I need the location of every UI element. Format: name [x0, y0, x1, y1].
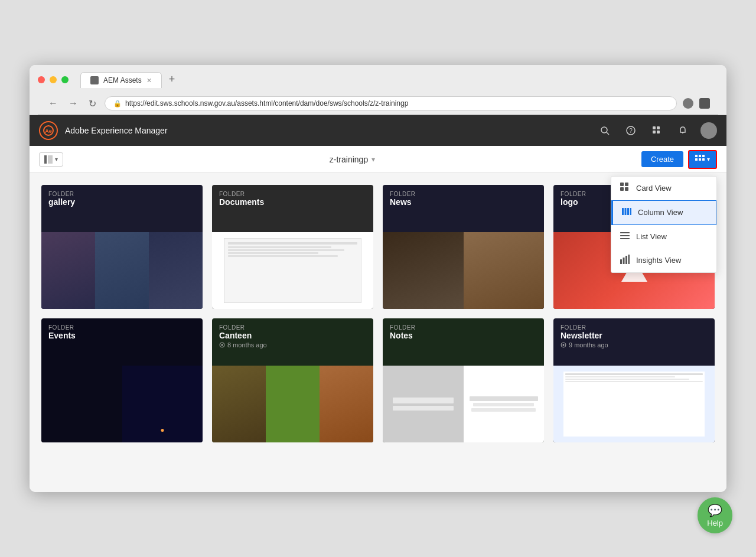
card-header-documents: FOLDER Documents: [212, 185, 373, 209]
address-bar-container: ← → ↻ 🔒 https://edit.sws.schools.nsw.gov…: [38, 93, 718, 115]
ext-icon-2[interactable]: [699, 98, 710, 109]
aem-icon-row: ?: [597, 122, 717, 139]
card-view-option[interactable]: Card View: [611, 177, 716, 200]
folder-card-gallery[interactable]: FOLDER gallery: [41, 185, 203, 309]
svg-rect-6: [653, 126, 656, 129]
ext-icon-1[interactable]: [683, 98, 693, 109]
help-icon-button[interactable]: ?: [623, 122, 639, 139]
card-title-news: News: [390, 197, 537, 207]
list-view-icon: [620, 231, 630, 243]
svg-rect-23: [625, 187, 628, 191]
svg-rect-14: [695, 155, 698, 157]
help-button[interactable]: 💬 Help: [698, 497, 732, 533]
maximize-dot[interactable]: [61, 76, 69, 83]
forward-button[interactable]: →: [66, 97, 80, 110]
card-type-events: FOLDER: [48, 324, 195, 331]
card-view-label: Card View: [636, 184, 672, 193]
thumb-docs: [212, 232, 373, 309]
browser-titlebar: AEM Assets ✕ + ← → ↻ 🔒 https://edit.sws.…: [30, 65, 726, 115]
new-tab-button[interactable]: +: [164, 71, 180, 88]
breadcrumb: z-trainingp ▾: [68, 155, 637, 164]
card-type-documents: FOLDER: [219, 191, 366, 197]
card-thumbnails-newsletter: [553, 366, 715, 442]
browser-controls: AEM Assets ✕ +: [38, 71, 718, 88]
svg-rect-34: [628, 255, 630, 264]
card-thumbnails-news: [383, 232, 544, 309]
svg-rect-29: [620, 235, 630, 236]
svg-rect-26: [627, 208, 629, 215]
svg-rect-12: [44, 155, 47, 164]
thumb-news-1: [383, 232, 464, 309]
active-tab[interactable]: AEM Assets ✕: [80, 72, 162, 88]
aem-app-title: Adobe Experience Manager: [65, 126, 589, 135]
card-type-gallery: FOLDER: [48, 191, 195, 197]
card-meta-newsletter: 9 months ago: [561, 341, 708, 348]
card-header-events: FOLDER Events: [41, 318, 203, 343]
card-title-gallery: gallery: [48, 197, 195, 207]
search-button[interactable]: [597, 122, 613, 139]
card-type-news: FOLDER: [390, 191, 537, 197]
help-label: Help: [707, 519, 723, 527]
thumb-events-1: [41, 366, 122, 442]
svg-rect-24: [622, 208, 624, 215]
insights-view-icon: [620, 255, 630, 266]
card-title-documents: Documents: [219, 197, 366, 207]
address-bar[interactable]: 🔒 https://edit.sws.schools.nsw.gov.au/as…: [105, 96, 677, 110]
minimize-dot[interactable]: [50, 76, 57, 83]
card-header-notes: FOLDER Notes: [383, 318, 544, 343]
svg-rect-16: [702, 155, 705, 157]
card-title-events: Events: [48, 331, 195, 340]
card-thumbnails-canteen: [212, 366, 373, 442]
folder-card-notes[interactable]: FOLDER Notes: [383, 318, 544, 442]
card-thumbnails-documents: [212, 232, 373, 309]
svg-text:Ae: Ae: [45, 128, 52, 134]
folder-card-canteen[interactable]: FOLDER Canteen 8 months ago: [212, 318, 373, 442]
list-view-option[interactable]: List View: [611, 225, 716, 249]
card-header-gallery: FOLDER gallery: [41, 185, 203, 209]
tab-close-btn[interactable]: ✕: [146, 77, 152, 84]
panel-toggle-button[interactable]: ▾: [39, 152, 63, 167]
svg-rect-7: [657, 126, 660, 129]
panel-chevron: ▾: [55, 156, 58, 162]
folder-card-events[interactable]: FOLDER Events: [41, 318, 203, 442]
tab-title: AEM Assets: [103, 76, 142, 84]
svg-point-38: [563, 344, 565, 346]
notification-button[interactable]: [674, 122, 691, 139]
folder-card-news[interactable]: FOLDER News: [383, 185, 544, 309]
card-header-news: FOLDER News: [383, 185, 544, 209]
aem-appbar: Ae Adobe Experience Manager ?: [30, 115, 726, 146]
thumb-canteen-3: [320, 366, 373, 442]
user-avatar[interactable]: [700, 122, 717, 139]
svg-rect-8: [653, 131, 656, 133]
column-view-label: Column View: [638, 208, 683, 217]
toolbar-right: Create ▾: [641, 150, 717, 169]
ext-icons: [683, 98, 710, 109]
svg-rect-32: [623, 258, 625, 264]
close-dot[interactable]: [38, 76, 45, 83]
breadcrumb-label: z-trainingp: [330, 155, 368, 164]
tab-favicon: [90, 76, 99, 84]
card-title-canteen: Canteen: [219, 331, 366, 340]
back-button[interactable]: ←: [46, 97, 60, 110]
svg-rect-20: [620, 183, 624, 186]
insights-view-label: Insights View: [636, 256, 681, 265]
grid-nav-button[interactable]: [649, 122, 665, 139]
browser-window: AEM Assets ✕ + ← → ↻ 🔒 https://edit.sws.…: [30, 65, 726, 492]
thumb-notes-2: [464, 366, 545, 442]
insights-view-option[interactable]: Insights View: [611, 249, 716, 272]
card-header-newsletter: FOLDER Newsletter 9 months ago: [553, 318, 715, 351]
svg-rect-19: [702, 158, 705, 161]
reload-button[interactable]: ↻: [86, 97, 99, 110]
view-toggle-button[interactable]: ▾: [688, 150, 717, 169]
column-view-option[interactable]: Column View: [611, 200, 716, 225]
folder-card-documents[interactable]: FOLDER Documents: [212, 185, 373, 309]
card-type-newsletter: FOLDER: [561, 324, 708, 331]
thumb-canteen-2: [266, 366, 320, 442]
card-title-notes: Notes: [390, 331, 537, 340]
create-button[interactable]: Create: [641, 151, 683, 167]
folder-card-newsletter[interactable]: FOLDER Newsletter 9 months ago: [553, 318, 715, 442]
thumb-canteen-1: [212, 366, 266, 442]
card-meta-canteen: 8 months ago: [219, 341, 366, 348]
thumb-gallery-1: [41, 232, 95, 309]
breadcrumb-chevron-icon: ▾: [372, 155, 375, 164]
